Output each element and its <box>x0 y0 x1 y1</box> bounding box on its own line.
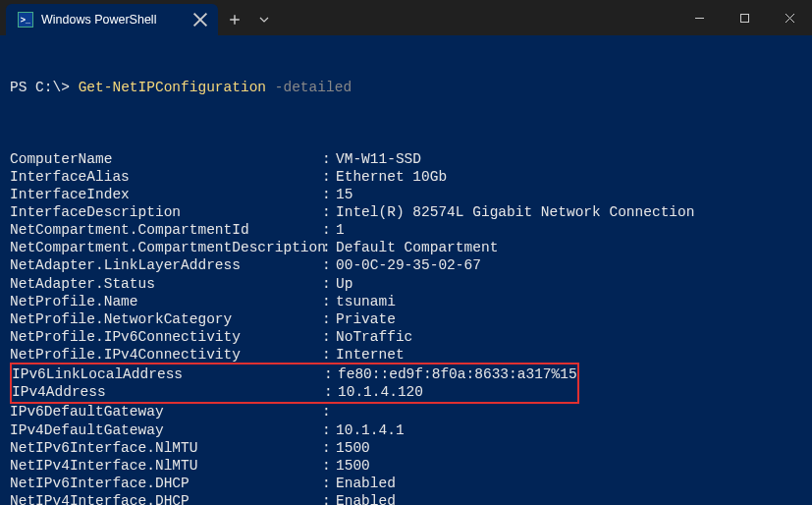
property-value: 15 <box>336 186 352 203</box>
output-row: NetProfile.NetworkCategory:Private <box>10 310 802 328</box>
property-value: NoTraffic <box>336 328 412 346</box>
separator: : <box>322 421 336 439</box>
separator: : <box>322 403 336 421</box>
separator: : <box>324 365 338 383</box>
separator: : <box>322 239 336 256</box>
property-value: Private <box>336 310 396 328</box>
output-row: NetIPv6Interface.NlMTU:1500 <box>10 439 802 457</box>
output-row: NetIPv4Interface.DHCP:Enabled <box>10 492 802 505</box>
output-row: InterfaceAlias:Ethernet 10Gb <box>10 168 802 186</box>
command-text: Get-NetIPConfiguration <box>79 80 266 95</box>
separator: : <box>324 383 338 401</box>
output-row: InterfaceDescription:Intel(R) 82574L Gig… <box>10 203 802 221</box>
separator: : <box>322 150 336 168</box>
svg-rect-0 <box>740 14 748 22</box>
command-output: ComputerName:VM-W11-SSDInterfaceAlias:Et… <box>10 150 802 505</box>
separator: : <box>322 256 336 274</box>
output-row: NetAdapter.LinkLayerAddress:00-0C-29-35-… <box>10 256 802 274</box>
property-key: NetProfile.IPv4Connectivity <box>10 346 322 364</box>
property-key: NetCompartment.CompartmentId <box>10 221 322 239</box>
property-value: 1500 <box>336 457 370 475</box>
highlight-box: IPv6LinkLocalAddress:fe80::ed9f:8f0a:863… <box>10 363 579 404</box>
output-row: ComputerName:VM-W11-SSD <box>10 150 802 168</box>
property-value: Ethernet 10Gb <box>336 168 447 186</box>
property-value: Enabled <box>336 475 396 492</box>
separator: : <box>322 293 336 310</box>
output-row: NetCompartment.CompartmentId:1 <box>10 221 802 239</box>
command-param: -detailed <box>275 80 352 95</box>
separator: : <box>322 221 336 239</box>
close-window-button[interactable] <box>767 0 812 35</box>
property-key: NetAdapter.LinkLayerAddress <box>10 256 322 274</box>
titlebar: >_ Windows PowerShell <box>0 0 812 35</box>
separator: : <box>322 346 336 364</box>
close-tab-button[interactable] <box>192 12 208 28</box>
separator: : <box>322 328 336 346</box>
separator: : <box>322 203 336 221</box>
property-value: 10.1.4.1 <box>336 421 405 439</box>
property-value: fe80::ed9f:8f0a:8633:a317%15 <box>338 365 577 383</box>
property-key: NetIPv6Interface.DHCP <box>10 475 322 492</box>
separator: : <box>322 168 336 186</box>
output-row: InterfaceIndex:15 <box>10 186 802 203</box>
output-row: IPv4DefaultGateway:10.1.4.1 <box>10 421 802 439</box>
separator: : <box>322 492 336 505</box>
output-row: NetProfile.IPv6Connectivity:NoTraffic <box>10 328 802 346</box>
property-value: VM-W11-SSD <box>336 150 421 168</box>
separator: : <box>322 310 336 328</box>
powershell-icon: >_ <box>18 12 33 28</box>
maximize-button[interactable] <box>722 0 767 35</box>
property-key: InterfaceAlias <box>10 168 322 186</box>
property-value: 10.1.4.120 <box>338 383 423 401</box>
output-row: NetIPv4Interface.NlMTU:1500 <box>10 457 802 475</box>
minimize-button[interactable] <box>677 0 722 35</box>
output-row: NetAdapter.Status:Up <box>10 275 802 293</box>
property-key: NetIPv4Interface.NlMTU <box>10 457 322 475</box>
property-key: IPv4DefaultGateway <box>10 421 322 439</box>
output-row: IPv6LinkLocalAddress:fe80::ed9f:8f0a:863… <box>12 365 577 383</box>
output-row: IPv4Address:10.1.4.120 <box>12 383 577 401</box>
output-row: NetProfile.IPv4Connectivity:Internet <box>10 346 802 364</box>
output-row: NetIPv6Interface.DHCP:Enabled <box>10 475 802 492</box>
terminal-body[interactable]: PS C:\> Get-NetIPConfiguration -detailed… <box>0 35 812 505</box>
property-key: ComputerName <box>10 150 322 168</box>
tab-dropdown-button[interactable] <box>251 4 277 35</box>
property-key: IPv6DefaultGateway <box>10 403 322 421</box>
property-value: Default Compartment <box>336 239 498 256</box>
property-key: NetCompartment.CompartmentDescription <box>10 239 322 256</box>
property-value: 1500 <box>336 439 370 457</box>
property-value: Enabled <box>336 492 396 505</box>
property-key: NetAdapter.Status <box>10 275 322 293</box>
prompt-line: PS C:\> Get-NetIPConfiguration -detailed <box>10 79 802 96</box>
new-tab-button[interactable] <box>218 4 251 35</box>
property-value: Internet <box>336 346 405 364</box>
property-value: tsunami <box>336 293 396 310</box>
separator: : <box>322 475 336 492</box>
property-key: NetIPv4Interface.DHCP <box>10 492 322 505</box>
property-key: IPv4Address <box>12 383 324 401</box>
property-value: Intel(R) 82574L Gigabit Network Connecti… <box>336 203 694 221</box>
separator: : <box>322 186 336 203</box>
prompt-prefix: PS C:\> <box>10 80 70 95</box>
property-key: NetIPv6Interface.NlMTU <box>10 439 322 457</box>
property-key: NetProfile.IPv6Connectivity <box>10 328 322 346</box>
window-controls <box>677 0 812 35</box>
property-key: InterfaceDescription <box>10 203 322 221</box>
output-row: NetProfile.Name:tsunami <box>10 293 802 310</box>
property-key: InterfaceIndex <box>10 186 322 203</box>
property-key: NetProfile.NetworkCategory <box>10 310 322 328</box>
separator: : <box>322 439 336 457</box>
tab-title: Windows PowerShell <box>41 13 185 27</box>
active-tab[interactable]: >_ Windows PowerShell <box>6 4 218 35</box>
property-value: Up <box>336 275 352 293</box>
property-value: 1 <box>336 221 345 239</box>
property-key: IPv6LinkLocalAddress <box>12 365 324 383</box>
separator: : <box>322 275 336 293</box>
property-value: 00-0C-29-35-02-67 <box>336 256 481 274</box>
property-key: NetProfile.Name <box>10 293 322 310</box>
output-row: NetCompartment.CompartmentDescription:De… <box>10 239 802 256</box>
separator: : <box>322 457 336 475</box>
output-row: IPv6DefaultGateway: <box>10 403 802 421</box>
